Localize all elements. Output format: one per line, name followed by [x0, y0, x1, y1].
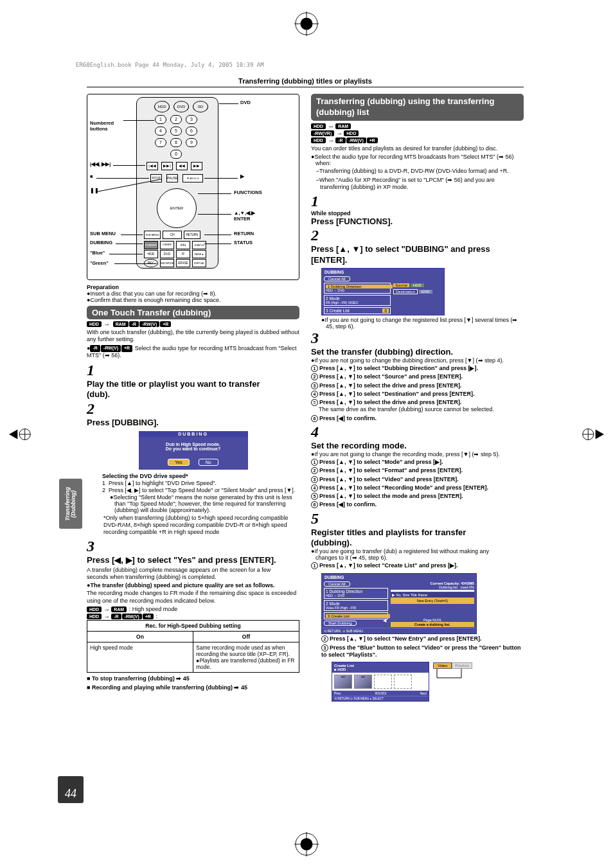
dubbing-label: DUBBING: [90, 240, 112, 245]
one-touch-p2: ●-R-RW(V)+R Select the audio type for re…: [87, 345, 299, 360]
dialog-no[interactable]: No: [199, 459, 218, 466]
preparation-heading: Preparation: [87, 284, 299, 290]
sel-head: Selecting the DVD drive speed*: [102, 473, 299, 479]
right-bar: Transferring (dubbing) using the transfe…: [311, 94, 524, 121]
r-step-num-1: 1: [311, 193, 325, 210]
right-tags: HDD↔RAM -RW(VR)→HDD HDD→-R-RW(V)+R: [311, 123, 524, 144]
page-number-badge: RQT8307 44: [58, 776, 84, 803]
crop-mark-top: [294, 12, 319, 36]
footer-stop: ■ To stop transferring (dubbing) ➡ 45: [87, 675, 299, 682]
r-step-1-heading: Press [FUNCTIONS].: [311, 217, 393, 226]
side-tab: Transferring (Dubbing): [59, 479, 82, 529]
stop-label: ■: [90, 173, 93, 179]
enter-label: ▲,▼,◀,▶ ENTER: [234, 210, 255, 222]
video-playlists-tabs: Video Playlists: [433, 662, 474, 683]
dvd-label: DVD: [240, 100, 251, 105]
one-touch-p1: With one touch transfer (dubbing), the t…: [87, 329, 299, 344]
dvd-oval: DVD: [173, 101, 189, 112]
r-step-3-heading: Set the transfer (dubbing) direction.: [311, 347, 453, 357]
r-step-4-heading: Set the recording mode.: [311, 441, 407, 450]
thumb-empty-1: [374, 675, 392, 689]
return-label: RETURN: [234, 231, 254, 236]
step-3-heading: Press [◀, ▶] to select "Yes" and press […: [87, 555, 276, 565]
r-step-num-3: 3: [311, 330, 325, 347]
step-num-2: 2: [87, 400, 101, 418]
page-title: Transferring (dubbing) titles or playlis…: [87, 77, 524, 87]
step-num-1: 1: [87, 362, 101, 379]
sd-oval: SD: [193, 101, 208, 112]
one-touch-bar: One Touch Transfer (dubbing): [87, 306, 299, 319]
remote-diagram: HDD DVD SD DVD 1 2 3 4 5 6: [87, 94, 299, 280]
footer-rec: ■ Recording and playing while transferri…: [87, 684, 299, 691]
green-label: "Green": [90, 260, 109, 266]
step-num-3: 3: [87, 538, 101, 555]
create-list-panel: Create List■ HDD 001 002 Prev. 001/001 N…: [332, 662, 429, 702]
thumb-002[interactable]: 002: [354, 675, 372, 689]
submenu-label: SUB MENU: [90, 231, 116, 236]
registration-mark-right: [580, 428, 604, 441]
header-stamp: ER60English.book Page 44 Monday, July 4,…: [76, 62, 264, 68]
numbered-label: Numbered buttons: [90, 120, 135, 132]
dubbing-panel: DUBBING Cancel All 1 Dubbing Direction H…: [321, 268, 445, 315]
svg-point-3: [301, 18, 313, 30]
thumb-001[interactable]: 001: [334, 675, 352, 689]
step-1-heading: Play the title or playlist you want to t…: [87, 379, 260, 399]
r-step-num-2: 2: [311, 227, 325, 244]
dialog-yes[interactable]: Yes: [168, 459, 189, 466]
r-step-num-4: 4: [311, 423, 325, 441]
step-2-heading: Press [DUBBING].: [87, 418, 159, 427]
rec-setting-table: Rec. for High-Speed Dubbing setting OnOf…: [87, 620, 299, 673]
hdd-oval: HDD: [154, 101, 170, 112]
registration-mark-left: [9, 428, 33, 441]
blue-label: "Blue": [90, 250, 105, 256]
status-label: STATUS: [234, 240, 253, 245]
play-label: ▶: [240, 173, 244, 179]
crop-mark-bottom: [294, 832, 319, 856]
prep-line-2: ●Confirm that there is enough remaining …: [87, 297, 299, 303]
dubbing-panel-2: DUBBING Cancel All 1 Dubbing DirectionHD…: [321, 573, 477, 634]
bold-note: ●The transfer (dubbing) speed and pictur…: [87, 582, 299, 589]
media-tags-1: HDD→ RAM-R-RW(V)+R: [87, 321, 299, 328]
svg-marker-8: [9, 429, 17, 439]
r-step-5-heading: Register titles and playlists for transf…: [311, 527, 466, 547]
skip-label: |◀◀, ▶▶|: [90, 161, 111, 167]
r-step-2-heading: Press [▲, ▼] to select "DUBBING" and pre…: [311, 244, 490, 264]
svg-marker-15: [596, 429, 604, 439]
functions-label: FUNCTIONS: [234, 190, 262, 195]
svg-point-7: [301, 838, 313, 851]
dubbing-dialog: DUBBING Dub in High Speed mode. Do you w…: [138, 430, 249, 470]
prep-line-1: ●Insert a disc that you can use for reco…: [87, 290, 299, 297]
r-step-num-5: 5: [311, 510, 325, 527]
thumb-empty-2: [394, 675, 412, 689]
